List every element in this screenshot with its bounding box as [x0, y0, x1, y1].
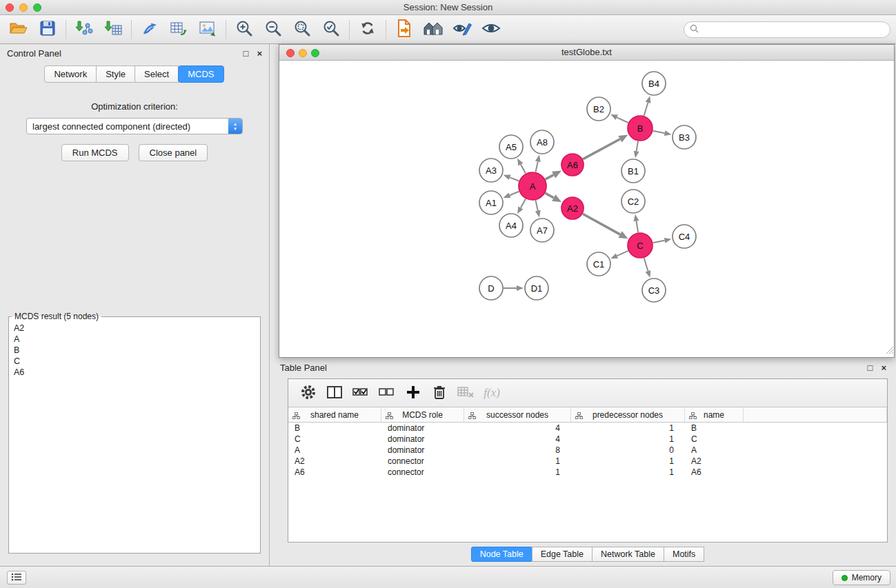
result-item[interactable]: C — [14, 356, 260, 367]
criterion-dropdown[interactable]: largest connected component (directed) ▲… — [26, 118, 243, 134]
graph-edge-A-A3[interactable] — [510, 177, 519, 181]
show-columns-button[interactable] — [321, 381, 348, 405]
table-row[interactable]: A2 connector 1 1 A2 — [288, 456, 887, 467]
task-history-button[interactable] — [7, 571, 26, 585]
resize-grip-icon[interactable] — [885, 344, 893, 356]
graph-edge-C-C1[interactable] — [617, 251, 628, 256]
table-row[interactable]: C dominator 4 1 C — [288, 434, 887, 445]
result-item[interactable]: A6 — [14, 367, 260, 378]
document-arrow-icon — [397, 19, 412, 39]
table-row[interactable]: A6 connector 1 1 A6 — [288, 467, 887, 478]
unchecked-boxes-icon — [379, 385, 395, 401]
zoom-network-window-button[interactable] — [311, 49, 319, 57]
minimize-window-button[interactable] — [19, 3, 28, 12]
graph-edge-A2-C[interactable] — [583, 214, 620, 234]
graph-edge-B-B2[interactable] — [617, 117, 628, 123]
graph-edge-C-C4[interactable] — [653, 241, 665, 243]
search-box[interactable] — [684, 21, 890, 38]
graph-edge-A-A2[interactable] — [545, 193, 554, 198]
table-row[interactable]: A dominator 8 0 A — [288, 445, 887, 456]
annotation-mode-button[interactable] — [448, 17, 477, 42]
tab-motifs[interactable]: Motifs — [664, 547, 704, 562]
fx-icon: f(x) — [484, 386, 500, 400]
graph-edge-A-A6[interactable] — [546, 175, 554, 180]
network-table-button[interactable] — [164, 17, 193, 42]
column-header-mcds-role[interactable]: MCDS role — [381, 407, 464, 422]
cell-name: A2 — [685, 456, 744, 467]
search-icon — [690, 23, 699, 36]
eye-icon — [481, 21, 501, 37]
float-panel-icon[interactable]: □ — [243, 49, 249, 58]
graph-edge-A6-B[interactable] — [583, 139, 620, 159]
graph-edge-A-A5[interactable] — [521, 165, 526, 174]
zoom-selected-button[interactable] — [317, 17, 346, 42]
tab-network-table[interactable]: Network Table — [592, 547, 664, 562]
import-table-button[interactable] — [99, 17, 128, 42]
tab-network[interactable]: Network — [44, 65, 97, 83]
home-views-button[interactable] — [419, 17, 448, 42]
graph-edge-A-A4[interactable] — [521, 199, 526, 207]
table-row[interactable]: B dominator 4 1 B — [288, 423, 887, 434]
graph-edge-B-B3[interactable] — [653, 131, 665, 133]
close-panel-button[interactable]: Close panel — [139, 144, 208, 161]
close-panel-icon[interactable]: × — [257, 49, 262, 58]
refresh-button[interactable] — [353, 17, 382, 42]
tab-mcds[interactable]: MCDS — [178, 65, 223, 83]
tab-style[interactable]: Style — [96, 65, 135, 83]
graph-edge-C-C3[interactable] — [644, 258, 648, 271]
column-header-name[interactable]: name — [685, 407, 744, 422]
show-hide-button[interactable] — [477, 17, 506, 42]
import-network-button[interactable] — [70, 17, 99, 42]
graph-node-label: A — [530, 181, 536, 192]
cell-shared-name: C — [288, 434, 381, 445]
tab-node-table[interactable]: Node Table — [471, 547, 532, 562]
zoom-window-button[interactable] — [33, 3, 41, 12]
memory-button[interactable]: Memory — [833, 570, 890, 585]
open-session-button[interactable] — [4, 17, 33, 42]
column-header-shared-name[interactable]: shared name — [288, 407, 381, 422]
zoom-in-button[interactable] — [230, 17, 259, 42]
network-graph[interactable]: B4B2BB3A8A5A6B1A3AC2A1A2A4A7C4CC1C3DD1 — [279, 61, 894, 357]
run-mcds-button[interactable]: Run MCDS — [61, 144, 129, 161]
column-header-predecessor-nodes[interactable]: predecessor nodes — [571, 407, 685, 422]
deselect-all-button[interactable] — [374, 381, 400, 405]
graph-edge-A-A7[interactable] — [536, 201, 538, 211]
tab-edge-table[interactable]: Edge Table — [532, 547, 593, 562]
column-header-successor-nodes[interactable]: successor nodes — [464, 407, 571, 422]
close-window-button[interactable] — [6, 3, 14, 12]
branching-arrows-button[interactable] — [135, 17, 164, 42]
graph-edge-arrowhead — [535, 155, 541, 163]
tab-select[interactable]: Select — [135, 65, 179, 83]
delete-column-button[interactable] — [426, 381, 452, 405]
function-builder-button[interactable]: f(x) — [479, 381, 505, 405]
select-all-button[interactable] — [348, 381, 374, 405]
close-table-panel-icon[interactable]: × — [881, 363, 886, 372]
zoom-out-button[interactable] — [259, 17, 288, 42]
search-input[interactable] — [702, 25, 884, 34]
close-network-window-button[interactable] — [286, 49, 295, 57]
network-canvas[interactable]: B4B2BB3A8A5A6B1A3AC2A1A2A4A7C4CC1C3DD1 — [279, 61, 894, 357]
copy-document-button[interactable] — [390, 17, 419, 42]
add-column-button[interactable] — [400, 381, 426, 405]
delete-table-button[interactable] — [452, 381, 479, 405]
graph-edge-C-C2[interactable] — [637, 221, 639, 233]
save-session-button[interactable] — [33, 17, 62, 42]
table-settings-button[interactable] — [295, 381, 321, 405]
zoom-fit-button[interactable] — [288, 17, 317, 42]
result-item[interactable]: B — [14, 345, 260, 356]
graph-edge-B-B4[interactable] — [644, 103, 648, 116]
graph-node-label: B1 — [628, 166, 639, 176]
graph-edge-A-A8[interactable] — [536, 161, 538, 172]
mcds-result-list[interactable]: A2 A B C A6 — [9, 321, 260, 378]
float-table-panel-icon[interactable]: □ — [868, 363, 873, 372]
result-item[interactable]: A2 — [14, 323, 260, 334]
cell-successor-nodes: 4 — [464, 434, 571, 445]
network-window-title: testGlobe.txt — [279, 45, 894, 60]
graph-edge-A-A1[interactable] — [510, 192, 519, 195]
minimize-network-window-button[interactable] — [299, 49, 307, 57]
export-image-button[interactable] — [193, 17, 222, 42]
columns-icon — [327, 385, 342, 401]
graph-edge-arrowhead — [504, 175, 511, 181]
graph-edge-B-B1[interactable] — [637, 141, 638, 152]
result-item[interactable]: A — [14, 334, 260, 345]
